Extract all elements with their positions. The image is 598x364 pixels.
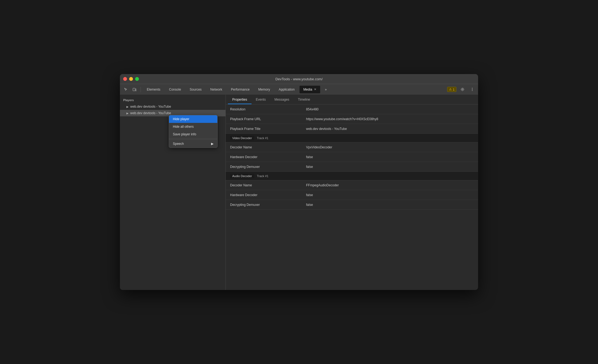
- warning-count: 1: [453, 88, 454, 91]
- prop-value-video-decrypting-demuxer: false: [302, 163, 478, 171]
- content-area: Properties Events Messages Timeline Reso…: [226, 95, 478, 290]
- tab-application[interactable]: Application: [275, 86, 298, 93]
- prop-value-video-decoder-name: VpxVideoDecoder: [302, 143, 478, 151]
- tab-console[interactable]: Console: [165, 86, 185, 93]
- window-title: DevTools - www.youtube.com/: [275, 77, 323, 81]
- toolbar: Elements Console Sources Network Perform…: [120, 84, 478, 95]
- context-menu-hide-all-others[interactable]: Hide all others: [169, 123, 217, 130]
- main-area: Players ▶ web.dev devtools - YouTube ▶ w…: [120, 95, 478, 290]
- prop-value-audio-decrypting-demuxer: false: [302, 201, 478, 209]
- content-tabs: Properties Events Messages Timeline: [226, 95, 478, 104]
- video-decoder-section-header: Video Decoder Track #1: [226, 134, 478, 142]
- properties-table: Resolution 854x480 Playback Frame URL ht…: [226, 104, 478, 290]
- player2-label: web.dev devtools - YouTube: [130, 111, 171, 115]
- prop-key-video-hardware-decoder: Hardware Decoder: [226, 153, 302, 161]
- arrow-icon-1: ▶: [126, 105, 129, 108]
- tab-messages[interactable]: Messages: [270, 95, 294, 104]
- prop-value-video-hardware-decoder: false: [302, 153, 478, 161]
- warning-icon: ⚠: [449, 88, 452, 91]
- prop-key-audio-hardware-decoder: Hardware Decoder: [226, 191, 302, 199]
- prop-row-audio-decrypting-demuxer: Decrypting Demuxer false: [226, 200, 478, 210]
- prop-row-video-decrypting-demuxer: Decrypting Demuxer false: [226, 162, 478, 172]
- settings-icon[interactable]: [459, 86, 466, 93]
- svg-point-4: [472, 89, 472, 90]
- toolbar-separator-1: [141, 87, 141, 92]
- context-menu-separator: [169, 139, 217, 139]
- title-bar: DevTools - www.youtube.com/: [120, 74, 478, 84]
- video-decoder-badge: Video Decoder: [230, 136, 254, 140]
- devtools-window: DevTools - www.youtube.com/ Elements Con…: [120, 74, 478, 290]
- tab-events[interactable]: Events: [252, 95, 270, 104]
- context-menu-save-player-info[interactable]: Save player info: [169, 130, 217, 138]
- prop-row-resolution: Resolution 854x480: [226, 104, 478, 114]
- audio-decoder-badge: Audio Decoder: [230, 174, 254, 178]
- prop-row-frame-url: Playback Frame URL https://www.youtube.c…: [226, 114, 478, 124]
- prop-key-resolution: Resolution: [226, 105, 302, 113]
- more-options-icon[interactable]: [468, 86, 476, 93]
- tab-properties[interactable]: Properties: [228, 95, 252, 104]
- audio-decoder-track: Track #1: [257, 174, 268, 178]
- context-menu-speech[interactable]: Speech ▶: [169, 140, 217, 148]
- close-button[interactable]: [123, 77, 127, 81]
- prop-value-frame-title: web.dev devtools - YouTube: [302, 125, 478, 133]
- more-tabs-button[interactable]: »: [321, 86, 331, 93]
- toolbar-right: ⚠ 1: [447, 86, 476, 93]
- sidebar: Players ▶ web.dev devtools - YouTube ▶ w…: [120, 95, 226, 290]
- device-icon[interactable]: [131, 86, 138, 93]
- audio-decoder-section-header: Audio Decoder Track #1: [226, 172, 478, 180]
- tab-media[interactable]: Media ✕: [300, 86, 320, 93]
- prop-key-video-decrypting-demuxer: Decrypting Demuxer: [226, 163, 302, 171]
- inspect-icon[interactable]: [122, 86, 130, 93]
- prop-value-resolution: 854x480: [302, 105, 478, 113]
- prop-row-frame-title: Playback Frame Title web.dev devtools - …: [226, 124, 478, 134]
- prop-value-audio-hardware-decoder: false: [302, 191, 478, 199]
- svg-rect-1: [135, 89, 136, 91]
- context-menu-hide-player[interactable]: Hide player: [169, 115, 217, 123]
- svg-point-5: [472, 90, 472, 91]
- tab-memory[interactable]: Memory: [255, 86, 274, 93]
- context-menu: Hide player Hide all others Save player …: [169, 115, 218, 148]
- tab-elements[interactable]: Elements: [143, 86, 164, 93]
- prop-key-video-decoder-name: Decoder Name: [226, 143, 302, 151]
- tab-performance[interactable]: Performance: [227, 86, 253, 93]
- minimize-button[interactable]: [129, 77, 133, 81]
- submenu-arrow-icon: ▶: [211, 142, 214, 146]
- warning-badge[interactable]: ⚠ 1: [447, 87, 456, 92]
- svg-point-3: [472, 88, 472, 88]
- arrow-icon-2: ▶: [126, 112, 129, 115]
- tab-timeline[interactable]: Timeline: [294, 95, 314, 104]
- prop-row-video-hardware-decoder: Hardware Decoder false: [226, 152, 478, 162]
- prop-key-audio-decrypting-demuxer: Decrypting Demuxer: [226, 201, 302, 209]
- player1-label: web.dev devtools - YouTube: [130, 105, 171, 108]
- sidebar-item-player1[interactable]: ▶ web.dev devtools - YouTube: [120, 103, 225, 110]
- prop-row-audio-decoder-name: Decoder Name FFmpegAudioDecoder: [226, 180, 478, 190]
- tab-network[interactable]: Network: [206, 86, 226, 93]
- media-tab-close[interactable]: ✕: [314, 88, 316, 91]
- maximize-button[interactable]: [135, 77, 139, 81]
- traffic-lights: [123, 77, 139, 81]
- prop-row-audio-hardware-decoder: Hardware Decoder false: [226, 190, 478, 200]
- svg-rect-0: [133, 88, 135, 91]
- sidebar-header: Players: [120, 97, 225, 103]
- svg-point-2: [462, 89, 463, 90]
- prop-key-frame-title: Playback Frame Title: [226, 125, 302, 133]
- video-decoder-track: Track #1: [257, 136, 268, 140]
- prop-value-audio-decoder-name: FFmpegAudioDecoder: [302, 181, 478, 189]
- prop-row-video-decoder-name: Decoder Name VpxVideoDecoder: [226, 142, 478, 152]
- prop-value-frame-url: https://www.youtube.com/watch?v=H0XScE08…: [302, 115, 478, 123]
- prop-key-audio-decoder-name: Decoder Name: [226, 181, 302, 189]
- tab-sources[interactable]: Sources: [186, 86, 205, 93]
- prop-key-frame-url: Playback Frame URL: [226, 115, 302, 123]
